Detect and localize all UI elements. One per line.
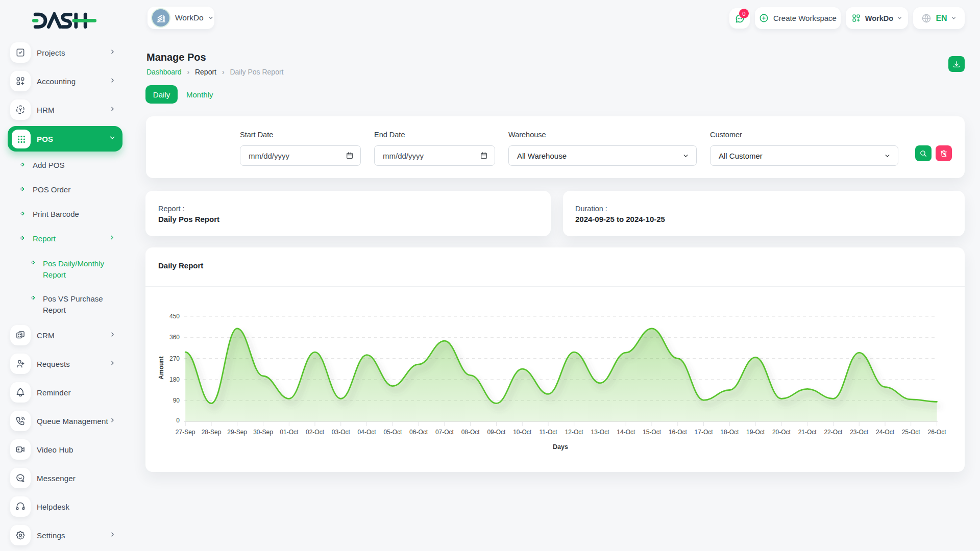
- svg-text:18-Oct: 18-Oct: [720, 429, 739, 436]
- svg-text:270: 270: [169, 355, 180, 362]
- svg-text:11-Oct: 11-Oct: [539, 429, 557, 436]
- svg-text:24-Oct: 24-Oct: [876, 429, 895, 436]
- svg-text:03-Oct: 03-Oct: [332, 429, 351, 436]
- svg-text:22-Oct: 22-Oct: [824, 429, 843, 436]
- svg-text:0: 0: [176, 417, 180, 424]
- svg-text:21-Oct: 21-Oct: [798, 429, 817, 436]
- svg-text:29-Sep: 29-Sep: [227, 429, 247, 436]
- svg-text:360: 360: [169, 334, 180, 341]
- svg-text:13-Oct: 13-Oct: [591, 429, 609, 436]
- svg-text:26-Oct: 26-Oct: [927, 429, 946, 436]
- svg-text:17-Oct: 17-Oct: [695, 429, 714, 436]
- svg-text:06-Oct: 06-Oct: [409, 429, 428, 436]
- svg-text:07-Oct: 07-Oct: [435, 429, 454, 436]
- svg-text:16-Oct: 16-Oct: [669, 429, 688, 436]
- svg-text:27-Sep: 27-Sep: [176, 429, 195, 436]
- svg-text:09-Oct: 09-Oct: [487, 429, 506, 436]
- svg-text:08-Oct: 08-Oct: [461, 429, 480, 436]
- svg-text:15-Oct: 15-Oct: [643, 429, 662, 436]
- svg-text:12-Oct: 12-Oct: [565, 429, 584, 436]
- svg-text:28-Sep: 28-Sep: [202, 429, 222, 436]
- svg-text:01-Oct: 01-Oct: [280, 429, 299, 436]
- svg-text:05-Oct: 05-Oct: [383, 429, 402, 436]
- svg-text:30-Sep: 30-Sep: [253, 429, 273, 436]
- svg-text:180: 180: [169, 376, 180, 383]
- svg-text:14-Oct: 14-Oct: [617, 429, 635, 436]
- svg-text:10-Oct: 10-Oct: [513, 429, 532, 436]
- svg-text:Amount: Amount: [158, 356, 165, 379]
- svg-text:19-Oct: 19-Oct: [746, 429, 765, 436]
- svg-text:90: 90: [173, 397, 180, 404]
- svg-text:Days: Days: [553, 443, 568, 450]
- svg-text:450: 450: [169, 313, 180, 320]
- svg-text:23-Oct: 23-Oct: [850, 429, 869, 436]
- svg-text:02-Oct: 02-Oct: [306, 429, 325, 436]
- svg-text:25-Oct: 25-Oct: [902, 429, 921, 436]
- svg-text:20-Oct: 20-Oct: [772, 429, 791, 436]
- svg-text:04-Oct: 04-Oct: [358, 429, 377, 436]
